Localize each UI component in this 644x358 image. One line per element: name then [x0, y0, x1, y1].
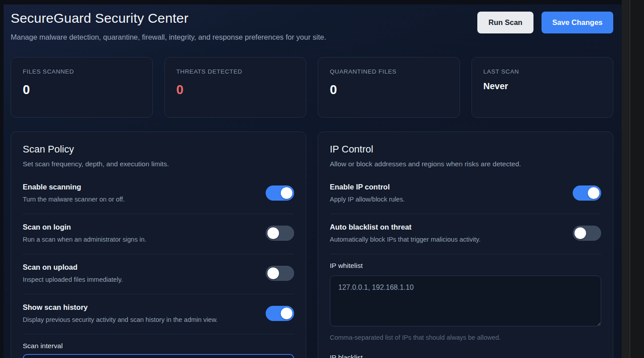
stat-label: QUARANTINED FILES	[330, 68, 448, 75]
stat-label: FILES SCANNED	[23, 68, 141, 75]
stat-card-last-scan: LAST SCAN Never	[472, 57, 614, 118]
scan-on-upload-toggle[interactable]	[266, 266, 294, 281]
toggle-knob	[574, 227, 586, 239]
scrollbar-track[interactable]	[622, 0, 630, 358]
setting-row-show-scan-history: Show scan history Display previous secur…	[23, 294, 294, 334]
stat-card-quarantined-files: QUARANTINED FILES 0	[318, 57, 460, 118]
page-subtitle: Manage malware detection, quarantine, fi…	[11, 33, 326, 41]
run-scan-button[interactable]: Run Scan	[477, 12, 533, 33]
stat-value: 0	[176, 82, 295, 97]
scan-interval-label: Scan interval	[23, 342, 294, 350]
header-text: SecureGuard Security Center Manage malwa…	[11, 11, 326, 41]
stat-card-files-scanned: FILES SCANNED 0	[11, 57, 153, 118]
setting-label: Show scan history	[23, 303, 257, 312]
stat-value: 0	[23, 82, 141, 97]
setting-row-enable-ip-control: Enable IP control Apply IP allow/block r…	[330, 174, 601, 214]
browser-scrollbar-area[interactable]	[622, 0, 644, 358]
ip-control-subtitle: Allow or block addresses and regions whe…	[330, 160, 601, 168]
page-title: SecureGuard Security Center	[11, 11, 326, 26]
enable-scanning-toggle[interactable]	[266, 185, 294, 201]
setting-description: Apply IP allow/block rules.	[330, 196, 564, 203]
scan-on-login-toggle[interactable]	[266, 226, 294, 241]
scan-policy-subtitle: Set scan frequency, depth, and execution…	[23, 160, 294, 168]
page-header: SecureGuard Security Center Manage malwa…	[11, 4, 613, 41]
setting-row-auto-blacklist: Auto blacklist on threat Automatically b…	[330, 214, 601, 254]
ip-control-title: IP Control	[330, 144, 601, 155]
settings-sections: Scan Policy Set scan frequency, depth, a…	[11, 132, 613, 358]
setting-row-scan-on-upload: Scan on upload Inspect uploaded files im…	[23, 254, 294, 294]
ip-blacklist-label: IP blacklist	[330, 354, 601, 358]
ip-whitelist-label: IP whitelist	[330, 262, 601, 270]
save-changes-button[interactable]: Save Changes	[541, 12, 613, 33]
security-center-page: SecureGuard Security Center Manage malwa…	[4, 4, 622, 358]
header-actions: Run Scan Save Changes	[477, 12, 613, 33]
scan-policy-title: Scan Policy	[23, 144, 294, 155]
stat-value: Never	[484, 81, 602, 91]
toggle-knob	[281, 308, 292, 319]
setting-label: Enable IP control	[330, 183, 564, 191]
toggle-knob	[267, 227, 279, 239]
scan-policy-card: Scan Policy Set scan frequency, depth, a…	[11, 132, 306, 358]
setting-label: Enable scanning	[23, 183, 257, 191]
setting-description: Display previous security activity and s…	[23, 316, 257, 323]
stat-card-threats-detected: THREATS DETECTED 0	[164, 57, 307, 118]
scan-interval-select[interactable]	[23, 354, 294, 358]
setting-description: Run a scan when an administrator signs i…	[23, 236, 257, 243]
toggle-knob	[281, 187, 292, 199]
stat-label: THREATS DETECTED	[176, 68, 295, 75]
setting-row-scan-on-login: Scan on login Run a scan when an adminis…	[23, 214, 294, 254]
ip-whitelist-hint: Comma-separated list of IPs that should …	[330, 334, 601, 341]
stat-label: LAST SCAN	[484, 68, 602, 75]
setting-row-enable-scanning: Enable scanning Turn the malware scanner…	[23, 174, 294, 214]
setting-label: Auto blacklist on threat	[330, 223, 564, 231]
setting-description: Inspect uploaded files immediately.	[23, 276, 257, 283]
setting-label: Scan on upload	[23, 263, 257, 272]
stat-value: 0	[330, 82, 448, 97]
ip-whitelist-textarea[interactable]: 127.0.0.1, 192.168.1.10	[330, 276, 601, 326]
setting-description: Automatically block IPs that trigger mal…	[330, 236, 564, 243]
setting-label: Scan on login	[23, 223, 257, 231]
enable-ip-control-toggle[interactable]	[573, 185, 601, 201]
ip-control-card: IP Control Allow or block addresses and …	[318, 132, 613, 358]
stats-row: FILES SCANNED 0 THREATS DETECTED 0 QUARA…	[11, 57, 613, 118]
setting-description: Turn the malware scanner on or off.	[23, 196, 257, 203]
auto-blacklist-toggle[interactable]	[573, 226, 601, 241]
toggle-knob	[588, 187, 599, 199]
show-scan-history-toggle[interactable]	[266, 306, 294, 321]
toggle-knob	[267, 267, 279, 279]
